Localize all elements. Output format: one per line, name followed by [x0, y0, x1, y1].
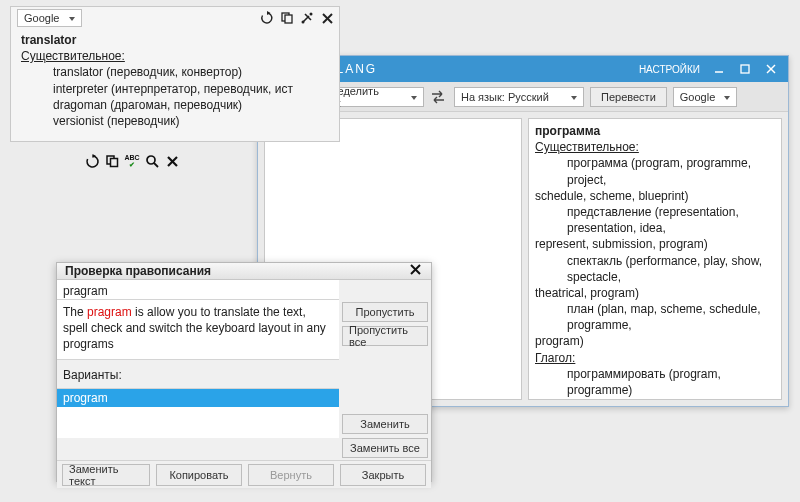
- copy-icon[interactable]: [279, 10, 295, 26]
- spellcheck-textcol: pragram The pragram is allow you to tran…: [57, 280, 339, 460]
- target-language-select[interactable]: На язык: Русский: [454, 87, 584, 107]
- variants-label: Варианты:: [57, 360, 339, 388]
- context-pre: The: [63, 305, 87, 319]
- provider-select[interactable]: Google: [673, 87, 737, 107]
- replace-button[interactable]: Заменить: [342, 414, 428, 434]
- swap-languages-icon[interactable]: [430, 90, 448, 104]
- close-icon[interactable]: [409, 263, 427, 279]
- close-icon[interactable]: [163, 152, 181, 170]
- minimize-button[interactable]: [706, 59, 732, 79]
- svg-rect-5: [285, 15, 292, 23]
- result-item: программа (program, programme, project,: [535, 155, 775, 187]
- tooltip-definition: translator (переводчик, конвертор): [53, 64, 329, 80]
- maximize-button[interactable]: [732, 59, 758, 79]
- result-item: представление (representation, presentat…: [535, 204, 775, 236]
- close-button[interactable]: [758, 59, 784, 79]
- tooltip-definition: versionist (переводчик): [53, 113, 329, 129]
- tools-icon[interactable]: [299, 10, 315, 26]
- skip-button[interactable]: Пропустить: [342, 302, 428, 322]
- revert-button[interactable]: Вернуть: [248, 464, 334, 486]
- dictionary-tooltip: Google translator Существительное:: [10, 6, 340, 142]
- tooltip-part-of-speech: Существительное:: [21, 48, 329, 64]
- copy-button[interactable]: Копировать: [156, 464, 242, 486]
- close-icon[interactable]: [319, 10, 335, 26]
- target-language-value: Русский: [508, 91, 549, 103]
- abc-icon[interactable]: ABC✔: [123, 152, 141, 170]
- copy-icon[interactable]: [103, 152, 121, 170]
- svg-rect-11: [110, 158, 117, 166]
- result-item-wrap: schedule, scheme, blueprint): [535, 188, 775, 204]
- svg-rect-1: [741, 65, 749, 73]
- refresh-icon[interactable]: [259, 10, 275, 26]
- provider-value: Google: [680, 91, 715, 103]
- tooltip-provider-select[interactable]: Google: [17, 9, 82, 27]
- svg-point-6: [310, 13, 313, 16]
- spellcheck-word-input[interactable]: pragram: [57, 280, 339, 300]
- refresh-icon[interactable]: [83, 152, 101, 170]
- result-group-header: Существительное:: [535, 139, 775, 155]
- skip-all-button[interactable]: Пропустить все: [342, 326, 428, 346]
- svg-point-12: [147, 156, 155, 164]
- suggestion-item[interactable]: program: [57, 389, 339, 407]
- result-item-wrap: theatrical, program): [535, 285, 775, 301]
- spellcheck-context[interactable]: The pragram is allow you to translate th…: [57, 300, 339, 360]
- suggestions-list[interactable]: program: [57, 388, 339, 438]
- tooltip-body: translator Существительное: translator (…: [11, 30, 339, 133]
- result-item: план (plan, map, scheme, schedule, progr…: [535, 301, 775, 333]
- result-item-wrap: program): [535, 333, 775, 349]
- result-item: спектакль (performance, play, show, spec…: [535, 253, 775, 285]
- tooltip-definition: dragoman (драгоман, переводчик): [53, 97, 329, 113]
- result-item: программировать (program, programme): [535, 366, 775, 398]
- result-item: составлять программу (programme, program…: [535, 398, 775, 400]
- svg-point-7: [302, 21, 305, 24]
- translation-result-pane: программа Существительное:программа (pro…: [528, 118, 782, 400]
- context-misspelling: pragram: [87, 305, 132, 319]
- spellcheck-footer: Заменить текст Копировать Вернуть Закрыт…: [57, 460, 431, 488]
- result-headword: программа: [535, 123, 775, 139]
- tooltip-provider-value: Google: [24, 12, 59, 24]
- tooltip-topbar: Google: [11, 7, 339, 30]
- result-item-wrap: represent, submission, program): [535, 236, 775, 252]
- translate-button[interactable]: Перевести: [590, 87, 667, 107]
- spellcheck-window: Проверка правописания pragram The pragra…: [56, 262, 432, 482]
- settings-link[interactable]: настройки: [639, 64, 700, 75]
- spellcheck-title: Проверка правописания: [65, 264, 211, 278]
- spellcheck-btncol: Пропустить Пропустить все Заменить Замен…: [339, 280, 431, 460]
- tooltip-headword: translator: [21, 32, 329, 48]
- replace-text-button[interactable]: Заменить текст: [62, 464, 150, 486]
- search-icon[interactable]: [143, 152, 161, 170]
- target-language-prefix: На язык:: [461, 91, 505, 103]
- floating-icon-strip: ABC✔: [83, 152, 181, 170]
- spellcheck-titlebar[interactable]: Проверка правописания: [57, 263, 431, 280]
- replace-all-button[interactable]: Заменить все: [342, 438, 428, 458]
- svg-line-13: [154, 163, 158, 167]
- result-group-header: Глагол:: [535, 350, 775, 366]
- tooltip-definition: interpreter (интерпретатор, переводчик, …: [53, 81, 329, 97]
- close-button[interactable]: Закрыть: [340, 464, 426, 486]
